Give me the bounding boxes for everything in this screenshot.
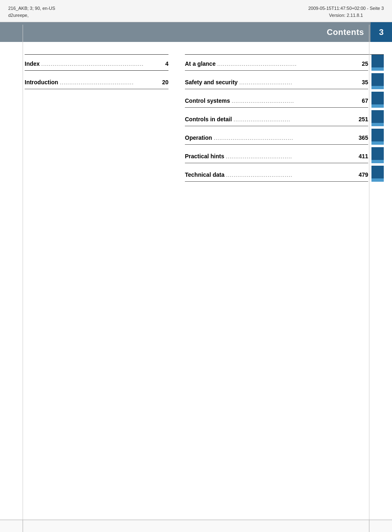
toc-entry-technical-data[interactable]: Technical data .........................… xyxy=(185,166,368,181)
right-entry-content-5: Practical hints ........................… xyxy=(185,147,368,163)
tab-upper-6 xyxy=(371,166,384,178)
toc-dots-practical-hints: ................................... xyxy=(224,153,356,160)
tab-upper-5 xyxy=(371,147,384,160)
toc-dots-control-systems: ................................. xyxy=(230,98,356,104)
right-tab-6 xyxy=(371,166,384,182)
right-divider-after-6 xyxy=(185,181,368,182)
right-entry-row-0: At a glance ............................… xyxy=(185,55,384,71)
left-toc-column: Index ..................................… xyxy=(25,54,181,182)
right-tab-0 xyxy=(371,55,384,71)
tab-lower-6 xyxy=(371,178,384,182)
right-divider-after-3 xyxy=(185,126,368,126)
header-center: 2009-05-15T11:47:50+02:00 - Seite 3 Vers… xyxy=(308,5,384,19)
footer-right-line xyxy=(369,520,369,532)
right-entry-row-4: Operation ..............................… xyxy=(185,129,384,145)
toc-entry-safety-security[interactable]: Safety and security ....................… xyxy=(185,73,368,89)
tab-lower-5 xyxy=(371,160,384,163)
toc-entry-controls-detail[interactable]: Controls in detail .....................… xyxy=(185,110,368,126)
toc-page-control-systems: 67 xyxy=(356,97,368,104)
toc-page-controls-detail: 251 xyxy=(356,116,368,123)
toc-title-safety-security: Safety and security xyxy=(185,79,238,86)
header-left-line1: 216_AKB; 3; 90, en-US xyxy=(8,5,55,12)
header-center-line2: Version: 2.11.8.1 xyxy=(308,12,384,19)
right-margin-line xyxy=(369,25,369,520)
right-tab-3 xyxy=(371,110,384,126)
right-entry-content-4: Operation ..............................… xyxy=(185,129,368,145)
right-entry-content-3: Controls in detail .....................… xyxy=(185,110,368,126)
toc-title-control-systems: Control systems xyxy=(185,97,230,104)
toc-entry-index[interactable]: Index ..................................… xyxy=(25,55,168,70)
main-content: Index ..................................… xyxy=(0,42,392,194)
right-divider-after-1 xyxy=(185,89,368,89)
left-divider-bot xyxy=(25,89,168,89)
toc-dots-introduction: ....................................... xyxy=(58,79,156,86)
right-entry-row-5: Practical hints ........................… xyxy=(185,147,384,163)
tab-lower-3 xyxy=(371,123,384,126)
header-left-line2: d2ureepe, xyxy=(8,12,55,19)
toc-page-safety-security: 35 xyxy=(356,79,368,86)
right-divider-after-0 xyxy=(185,70,368,71)
toc-page-technical-data: 479 xyxy=(356,171,368,178)
header-center-line1: 2009-05-15T11:47:50+02:00 - Seite 3 xyxy=(308,5,384,12)
toc-page-operation: 365 xyxy=(356,134,368,141)
right-entry-content-1: Safety and security ....................… xyxy=(185,73,368,89)
toc-title-index: Index xyxy=(25,60,40,67)
toc-page-index: 4 xyxy=(156,60,168,67)
tab-upper-1 xyxy=(371,73,384,86)
right-divider-after-5 xyxy=(185,163,368,163)
tab-upper-2 xyxy=(371,92,384,104)
right-divider-after-4 xyxy=(185,144,368,145)
title-bar-content: Contents 3 xyxy=(327,22,392,42)
page-title: Contents xyxy=(327,28,371,37)
page-header: 216_AKB; 3; 90, en-US d2ureepe, 2009-05-… xyxy=(0,0,392,22)
toc-entry-introduction[interactable]: Introduction ...........................… xyxy=(25,73,168,89)
right-entry-content-0: At a glance ............................… xyxy=(185,55,368,71)
tab-upper-4 xyxy=(371,129,384,141)
toc-title-practical-hints: Practical hints xyxy=(185,153,224,160)
right-tab-2 xyxy=(371,92,384,108)
toc-entry-practical-hints[interactable]: Practical hints ........................… xyxy=(185,147,368,163)
toc-entry-operation[interactable]: Operation ..............................… xyxy=(185,129,368,144)
toc-dots-at-a-glance: ........................................… xyxy=(216,61,356,67)
left-margin-line xyxy=(23,25,23,520)
tab-upper-0 xyxy=(371,55,384,67)
toc-entry-control-systems[interactable]: Control systems ........................… xyxy=(185,92,368,107)
toc-dots-operation: ........................................… xyxy=(212,135,356,141)
right-entry-row-2: Control systems ........................… xyxy=(185,92,384,108)
toc-title-at-a-glance: At a glance xyxy=(185,60,216,67)
toc-dots-technical-data: ................................... xyxy=(224,172,356,178)
toc-dots-safety-security: ............................ xyxy=(238,79,356,86)
toc-title-technical-data: Technical data xyxy=(185,171,224,178)
toc-page-at-a-glance: 25 xyxy=(356,60,368,67)
right-entry-row-1: Safety and security ....................… xyxy=(185,73,384,89)
right-toc-column: At a glance ............................… xyxy=(181,54,384,182)
toc-title-introduction: Introduction xyxy=(25,79,58,86)
footer-left-line xyxy=(23,520,23,532)
tab-lower-4 xyxy=(371,141,384,145)
right-tab-5 xyxy=(371,147,384,163)
right-entry-row-3: Controls in detail .....................… xyxy=(185,110,384,126)
right-entry-content-2: Control systems ........................… xyxy=(185,92,368,108)
tab-lower-2 xyxy=(371,104,384,108)
toc-page-introduction: 20 xyxy=(156,79,168,86)
tab-upper-3 xyxy=(371,110,384,123)
right-entry-row-6: Technical data .........................… xyxy=(185,166,384,182)
toc-entry-at-a-glance[interactable]: At a glance ............................… xyxy=(185,55,368,70)
toc-dots-controls-detail: .............................. xyxy=(232,116,356,123)
title-bar: Contents 3 xyxy=(0,22,392,42)
right-tab-1 xyxy=(371,73,384,89)
toc-title-controls-detail: Controls in detail xyxy=(185,116,232,123)
right-entry-content-6: Technical data .........................… xyxy=(185,166,368,182)
tab-lower-1 xyxy=(371,86,384,89)
page-footer xyxy=(0,520,392,532)
right-divider-after-2 xyxy=(185,107,368,108)
page-number: 3 xyxy=(371,22,392,42)
toc-dots-index: ........................................… xyxy=(40,61,156,67)
right-tab-4 xyxy=(371,129,384,145)
toc-page-practical-hints: 411 xyxy=(356,153,368,160)
toc-title-operation: Operation xyxy=(185,134,212,141)
tab-lower-0 xyxy=(371,67,384,71)
header-left: 216_AKB; 3; 90, en-US d2ureepe, xyxy=(8,5,55,19)
